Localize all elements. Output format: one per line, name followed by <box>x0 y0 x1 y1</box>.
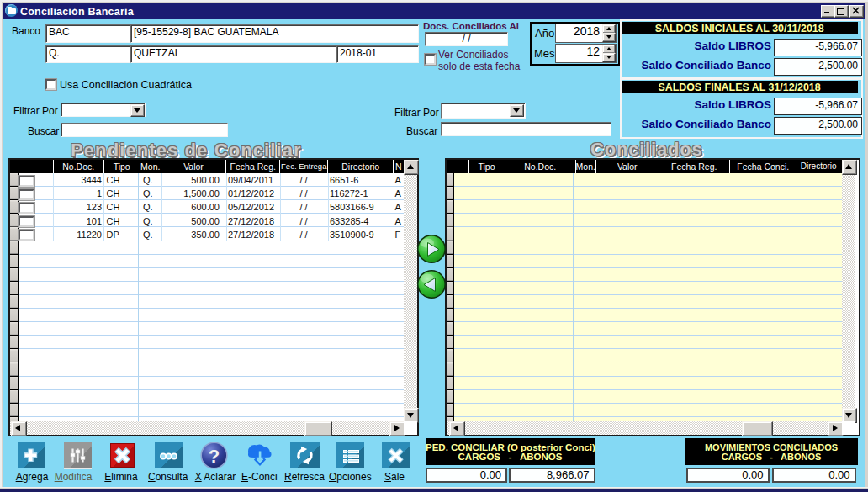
svg-text:?: ? <box>209 446 220 467</box>
